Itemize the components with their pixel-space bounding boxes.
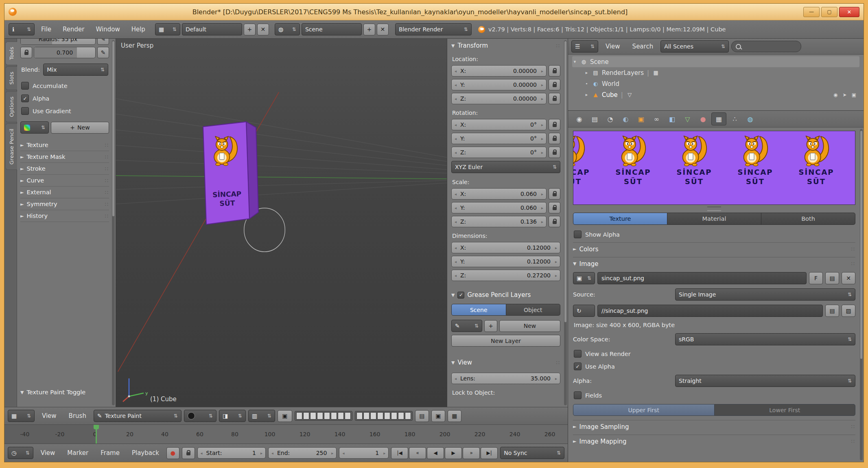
outliner-row-renderlayers[interactable]: ▸ ▤ RenderLayers | ▦ [572, 67, 859, 78]
lower-first-button[interactable]: Lower First [715, 404, 856, 416]
increment-arrow-icon[interactable]: ▸ [540, 150, 544, 155]
rotation-x-field[interactable]: ◂X:0°▸ [451, 119, 547, 130]
pack-file-button[interactable]: ▤ [825, 305, 839, 317]
decrement-arrow-icon[interactable]: ◂ [453, 206, 458, 210]
gp-object-button[interactable]: Object [506, 304, 561, 316]
gp-new-button[interactable]: New [499, 320, 560, 332]
milk-carton-object[interactable]: SİNCAP SÜT [194, 114, 265, 226]
view-as-render-checkbox[interactable] [574, 350, 582, 358]
alpha-mode-selector[interactable]: Straight⇅ [675, 375, 855, 387]
gp-new-layer-button[interactable]: New Layer [451, 335, 560, 347]
scale-x-field[interactable]: ◂X:0.060▸ [451, 188, 547, 200]
decrement-arrow-icon[interactable]: ◂ [453, 150, 458, 155]
play-button[interactable]: ▶ [445, 447, 462, 459]
decrement-arrow-icon[interactable]: ◂ [453, 123, 458, 127]
increment-arrow-icon[interactable]: ▸ [540, 192, 544, 196]
filepath-field[interactable]: //sincap_sut.png [597, 305, 823, 317]
record-button[interactable]: ● [166, 447, 179, 459]
close-button[interactable]: ✕ [839, 7, 859, 17]
npanel-scrollbar[interactable] [564, 40, 567, 405]
lens-field[interactable]: ◂Lens:35.000▸ [451, 373, 560, 384]
tab-slots[interactable]: Slots [5, 66, 17, 90]
panel-external[interactable]: ►External∷ [20, 187, 109, 198]
outliner-row-cube[interactable]: ▸ ▲ Cube | ▽ ◉ ➤ ▣ [572, 89, 859, 100]
palette-selector[interactable]: ⇅ [20, 121, 49, 134]
timeline-editor-type-button[interactable]: ◷⇅ [8, 447, 33, 459]
lock-rotation-x-button[interactable] [549, 119, 560, 130]
panel-curve[interactable]: ►Curve∷ [20, 175, 109, 187]
minimize-button[interactable]: — [803, 7, 820, 17]
stencil-selector[interactable]: ▥⇅ [248, 410, 275, 422]
rotation-y-field[interactable]: ◂Y:0°▸ [451, 133, 547, 144]
prev-keyframe-button[interactable]: « [409, 447, 426, 459]
outliner-editor-type-button[interactable]: ☰⇅ [571, 40, 598, 53]
add-scene-button[interactable]: + [363, 24, 375, 35]
panel-history[interactable]: ►History∷ [20, 210, 109, 222]
increment-arrow-icon[interactable]: ▸ [540, 206, 544, 210]
maximize-button[interactable]: ▢ [821, 7, 837, 17]
preview-both-button[interactable]: Both [761, 213, 855, 225]
screen-layout-selector[interactable]: Default [182, 23, 242, 35]
interaction-mode-selector[interactable]: ✎Texture Paint⇅ [94, 410, 181, 422]
panel-texture-paint-toggle[interactable]: ▼Texture Paint Toggle [20, 389, 109, 395]
dimensions-z-field[interactable]: ◂Z:0.27200▸ [451, 270, 560, 281]
use-alpha-checkbox[interactable]: ✓ [574, 363, 582, 370]
dimensions-x-field[interactable]: ◂X:0.12000▸ [451, 242, 560, 253]
lock-rotation-z-button[interactable] [549, 147, 560, 158]
increment-arrow-icon[interactable]: ▸ [382, 451, 387, 455]
lock-location-x-button[interactable] [549, 65, 560, 77]
outliner-row-world[interactable]: • ◐ World [572, 78, 859, 89]
image-mapping-panel-header[interactable]: ►Image Mapping∷ [573, 435, 855, 448]
outliner-search-input[interactable] [731, 41, 801, 52]
menu-file[interactable]: File [36, 26, 56, 33]
new-palette-button[interactable]: +New [51, 122, 109, 134]
delete-scene-button[interactable]: ✕ [377, 24, 389, 35]
fields-checkbox[interactable] [574, 391, 582, 399]
scrollbar-thumb[interactable] [860, 131, 862, 359]
delete-layout-button[interactable]: ✕ [257, 24, 269, 35]
rotation-z-field[interactable]: ◂Z:0°▸ [451, 147, 547, 158]
radius-pressure-toggle[interactable]: ✎ [97, 39, 109, 45]
decrement-arrow-icon[interactable]: ◂ [453, 97, 458, 101]
timeline-ruler[interactable]: -40 -20 0 20 40 60 80 100 120 140 160 18… [4, 424, 568, 444]
timeline-menu-marker[interactable]: Marker [62, 449, 93, 457]
timeline-menu-view[interactable]: View [36, 449, 60, 457]
view-panel-header[interactable]: ▼View∷ [451, 359, 560, 366]
brush-strength-slider[interactable]: 0.700 [34, 47, 96, 58]
lock-location-z-button[interactable] [549, 93, 560, 104]
increment-arrow-icon[interactable]: ▸ [259, 451, 264, 455]
screen-layout-icon-button[interactable]: ▦⇅ [155, 23, 180, 35]
sync-mode-selector[interactable]: No Sync⇅ [500, 447, 564, 459]
tab-texture[interactable]: ▦ [711, 112, 726, 125]
panel-stroke[interactable]: ►Stroke∷ [20, 163, 109, 175]
toolshelf-scrollbar[interactable] [112, 40, 115, 405]
viewport-menu-brush[interactable]: Brush [64, 412, 91, 420]
layers-button[interactable]: ▤ [415, 410, 429, 422]
dimensions-y-field[interactable]: ◂Y:0.12000▸ [451, 256, 560, 267]
decrement-arrow-icon[interactable]: ◂ [453, 259, 458, 264]
tab-physics[interactable]: ◍ [743, 113, 757, 125]
collapse-arrow-icon[interactable]: ▾ [572, 59, 577, 64]
image-slot-button[interactable]: ▣ [278, 410, 292, 422]
source-selector[interactable]: Single Image⇅ [675, 288, 855, 301]
tab-world[interactable]: ◐ [619, 113, 633, 125]
decrement-arrow-icon[interactable]: ◂ [199, 451, 204, 455]
grease-pencil-checkbox[interactable]: ✓ [457, 292, 464, 299]
tab-scene[interactable]: ◔ [603, 113, 617, 125]
add-layout-button[interactable]: + [244, 24, 256, 35]
strength-lock-button[interactable] [20, 47, 32, 58]
panel-texture[interactable]: ►Texture∷ [20, 139, 109, 151]
texture-slot-grid-2[interactable] [355, 411, 413, 421]
decrement-arrow-icon[interactable]: ◂ [453, 83, 458, 87]
play-reverse-button[interactable]: ◀ [427, 447, 444, 459]
outliner-row-scene[interactable]: ▾ ◍ Scene [572, 56, 859, 67]
panel-texture-mask[interactable]: ►Texture Mask∷ [20, 151, 109, 163]
tab-particles[interactable]: ∴ [728, 113, 742, 125]
location-x-field[interactable]: ◂X:0.00000▸ [451, 65, 547, 77]
decrement-arrow-icon[interactable]: ◂ [453, 246, 458, 250]
viewport-menu-view[interactable]: View [37, 412, 61, 420]
jump-to-start-button[interactable]: |◀ [391, 447, 408, 459]
snap-button[interactable]: ▣ [431, 410, 445, 422]
increment-arrow-icon[interactable]: ▸ [330, 451, 335, 455]
reload-image-button[interactable]: ↻ [573, 305, 595, 317]
